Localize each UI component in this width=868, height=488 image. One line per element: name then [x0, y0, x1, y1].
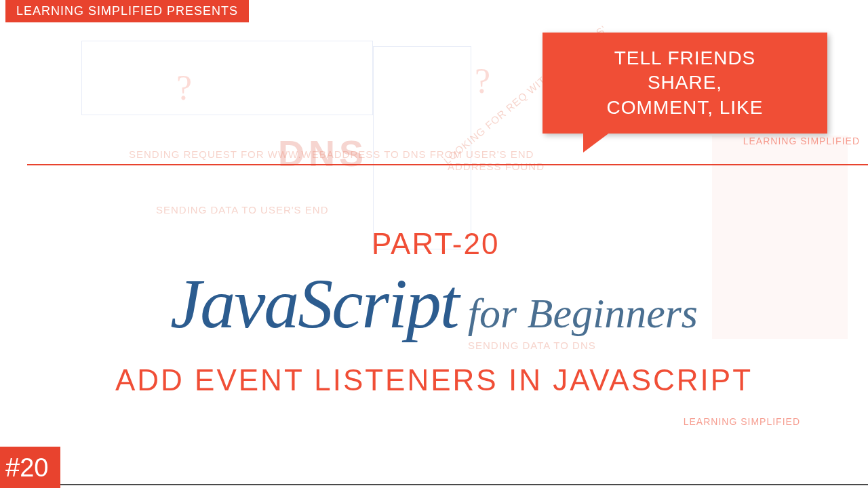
- divider-line: [27, 164, 868, 165]
- header-presenter: LEARNING SIMPLIFIED PRESENTS: [5, 0, 249, 22]
- episode-badge: #20: [0, 447, 60, 488]
- title-for-beginners: for Beginners: [468, 290, 698, 336]
- callout-line1: TELL FRIENDS: [563, 46, 807, 70]
- callout-bubble: TELL FRIENDS SHARE, COMMENT, LIKE: [542, 33, 827, 134]
- bg-text-request: SENDING REQUEST FOR WWW.WEBADDRESS TO DN…: [129, 148, 534, 161]
- watermark-top: LEARNING SIMPLIFIED: [743, 136, 860, 146]
- bottom-border: [0, 484, 868, 485]
- speech-tail-icon: [583, 132, 610, 152]
- part-label: PART-20: [372, 227, 499, 261]
- title-javascript: JavaScript: [170, 264, 458, 342]
- bg-text-data-user: SENDING DATA TO USER'S END: [156, 203, 328, 217]
- watermark-bottom: LEARNING SIMPLIFIED: [684, 416, 800, 427]
- callout-line2: SHARE,: [563, 70, 807, 95]
- question-mark-icon: ?: [176, 68, 192, 108]
- callout-line3: COMMENT, LIKE: [563, 96, 807, 120]
- question-mark-icon: ?: [475, 61, 490, 101]
- subtitle: ADD EVENT LISTENERS IN JAVASCRIPT: [0, 363, 868, 397]
- bg-text-found: ADDRESS FOUND: [448, 160, 545, 174]
- main-title: JavaScriptfor Beginners: [27, 263, 841, 344]
